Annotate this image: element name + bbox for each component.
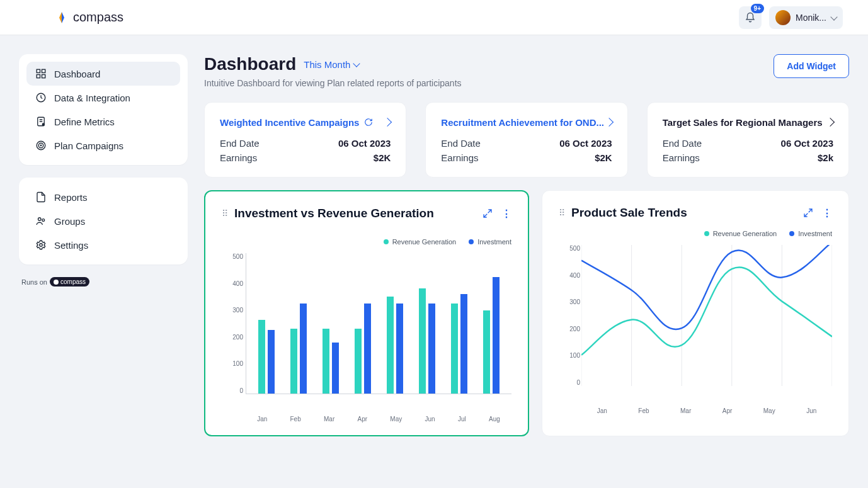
brand-logo[interactable]: compass [55,10,123,25]
expand-icon[interactable] [803,208,813,218]
bar-revenue [387,297,394,394]
metrics-icon [35,116,47,127]
svg-rect-2 [37,75,40,78]
chart-legend: Revenue Generation Investment [559,230,832,237]
bar-investment [493,277,500,394]
page-subtitle: Intuitive Dashboard for viewing Plan rel… [204,78,462,88]
earnings-value: $2K [374,152,391,163]
nav-label: Plan Campaigns [54,140,123,151]
sidebar-item-settings[interactable]: Settings [26,233,180,257]
bar-investment [300,304,307,394]
summary-card[interactable]: Target Sales for Regional Managers End D… [647,102,849,178]
bar-revenue [451,304,458,394]
earnings-label: Earnings [441,152,478,163]
bar-revenue [323,329,329,394]
sidebar-item-plan-campaigns[interactable]: Plan Campaigns [26,133,180,157]
summary-card[interactable]: Recruitment Achievement for OND... End D… [425,102,627,178]
sidebar-group-main: DashboardData & IntegrationDefine Metric… [19,54,188,165]
reports-icon [35,191,47,203]
earnings-value: $2K [595,152,612,163]
bar-group [355,304,371,394]
groups-icon [35,215,47,227]
sidebar-item-dashboard[interactable]: Dashboard [26,62,180,86]
chart-product-sale-trends[interactable]: ⠿ Product Sale Trends ⋮ Revenue Generati… [542,190,849,436]
chart-legend: Revenue Generation Investment [222,238,511,246]
sidebar: DashboardData & IntegrationDefine Metric… [19,54,188,436]
end-date-value: 06 Oct 2023 [559,138,612,149]
svg-point-9 [40,145,42,146]
card-title: Weighted Incentive Campaigns [220,117,373,128]
expand-icon[interactable] [483,208,493,218]
profile-menu[interactable]: Monik... [769,6,843,29]
bar-investment [396,304,403,394]
end-date-label: End Date [220,138,260,149]
sidebar-item-define-metrics[interactable]: Define Metrics [26,110,180,133]
main: Dashboard This Month Intuitive Dashboard… [204,54,849,436]
card-title: Recruitment Achievement for OND... [441,117,604,128]
arrow-right-icon[interactable] [827,116,833,128]
sidebar-item-reports[interactable]: Reports [26,185,180,209]
svg-rect-0 [37,69,40,72]
chart-investment-vs-revenue[interactable]: ⠿ Investment vs Revenue Generation ⋮ Rev… [204,190,529,436]
sidebar-item-data-integration[interactable]: Data & Integration [26,86,180,110]
brand-name: compass [73,10,123,25]
bar-investment [332,343,339,394]
arrow-right-icon[interactable] [384,116,391,128]
bar-revenue [419,288,426,394]
chevron-down-icon [830,13,837,20]
end-date-value: 06 Oct 2023 [338,138,391,149]
profile-name: Monik... [796,13,826,23]
summary-cards: Weighted Incentive Campaigns End Date06 … [204,102,849,178]
bar-investment [460,294,467,394]
bar-revenue [258,320,265,394]
dashboard-icon [35,68,47,79]
nav-label: Groups [54,216,85,227]
legend-dot-revenue [384,239,389,244]
chevron-down-icon [353,60,360,67]
bar-investment [268,330,275,394]
runs-on-badge: compass [50,277,89,287]
bar-group [258,320,275,394]
chart-title: Product Sale Trends [571,206,687,220]
nav-label: Settings [54,240,88,251]
notifications-button[interactable]: 9+ [739,6,762,29]
earnings-value: $2k [818,152,833,163]
sidebar-item-groups[interactable]: Groups [26,209,180,233]
nav-label: Define Metrics [54,116,115,127]
nav-label: Dashboard [54,69,100,79]
chart-title: Investment vs Revenue Generation [234,207,434,220]
bell-icon [745,12,756,23]
line-series [581,245,832,329]
bar-revenue [355,329,362,394]
card-title: Target Sales for Regional Managers [663,117,823,128]
drag-handle-icon[interactable]: ⠿ [559,208,564,218]
target-icon [35,140,47,151]
settings-icon [35,239,47,251]
legend-dot-revenue [704,231,709,236]
sidebar-group-secondary: ReportsGroupsSettings [19,178,188,264]
bar-investment [364,304,371,394]
bar-group [451,294,467,394]
earnings-label: Earnings [220,152,257,163]
compass-icon [55,11,68,24]
period-selector[interactable]: This Month [304,59,359,70]
topbar-right: 9+ Monik... [739,6,843,29]
add-widget-button[interactable]: Add Widget [774,54,849,78]
bar-group [323,329,339,394]
nav-label: Data & Integration [54,93,130,103]
more-icon[interactable]: ⋮ [501,208,511,220]
more-icon[interactable]: ⋮ [822,207,832,219]
end-date-label: End Date [663,138,702,149]
end-date-label: End Date [441,138,481,149]
drag-handle-icon[interactable]: ⠿ [222,208,227,218]
svg-point-10 [38,218,42,221]
bar-group [290,304,307,394]
runs-on-label: Runs on compass [19,277,188,287]
arrow-right-icon[interactable] [606,116,612,128]
summary-card[interactable]: Weighted Incentive Campaigns End Date06 … [204,102,406,178]
svg-rect-3 [42,75,45,78]
bar-group [483,277,500,394]
bar-investment [428,304,435,394]
svg-point-11 [42,219,45,222]
charts-row: ⠿ Investment vs Revenue Generation ⋮ Rev… [204,190,849,436]
